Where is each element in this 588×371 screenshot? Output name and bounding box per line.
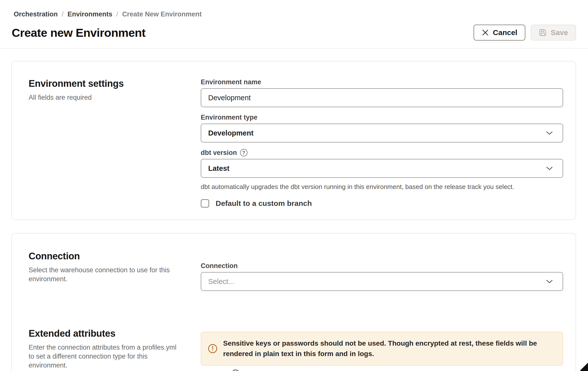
header-divider xyxy=(0,48,588,48)
breadcrumb-separator: / xyxy=(116,10,118,18)
floppy-disk-icon xyxy=(539,29,547,37)
alert-circle-icon xyxy=(208,344,218,354)
connection-field: Connection Select... xyxy=(201,262,563,291)
extended-attributes-content: Sensitive keys or passwords should not b… xyxy=(201,328,563,366)
environment-name-value: Development xyxy=(208,94,251,102)
connection-label: Connection xyxy=(201,262,563,270)
environment-name-field: Environment name Development xyxy=(201,78,563,107)
environment-settings-subheading: All fields are required xyxy=(29,93,201,102)
environment-settings-form: Environment name Development Environment… xyxy=(201,78,563,208)
dbt-version-field: dbt version ? Latest dbt automatically u… xyxy=(201,149,563,191)
save-button[interactable]: Save xyxy=(531,25,576,41)
dbt-version-select[interactable]: Latest xyxy=(201,159,563,178)
dbt-version-value: Latest xyxy=(208,164,229,173)
connection-intro: Connection Select the warehouse connecti… xyxy=(29,251,201,283)
connection-heading: Connection xyxy=(29,251,201,262)
environment-type-select[interactable]: Development xyxy=(201,124,563,142)
environment-name-input[interactable]: Development xyxy=(201,88,563,107)
environment-settings-intro: Environment settings All fields are requ… xyxy=(29,78,201,102)
connection-card: Connection Select the warehouse connecti… xyxy=(11,233,576,371)
breadcrumb-separator: / xyxy=(62,10,64,18)
connection-placeholder: Select... xyxy=(208,278,234,286)
environment-type-label: Environment type xyxy=(201,114,563,121)
environment-settings-heading: Environment settings xyxy=(29,78,201,89)
breadcrumb: Orchestration / Environments / Create Ne… xyxy=(0,0,588,18)
help-circle-icon[interactable]: ? xyxy=(240,149,247,156)
custom-branch-label: Default to a custom branch xyxy=(216,199,312,208)
extended-attributes-intro: Extended attributes Enter the connection… xyxy=(29,328,201,370)
chevron-down-icon xyxy=(546,279,553,284)
dbt-version-label: dbt version xyxy=(201,149,237,156)
cancel-button-label: Cancel xyxy=(493,28,517,37)
warning-banner-text: Sensitive keys or passwords should not b… xyxy=(223,338,554,359)
extended-attributes-row: Extended attributes Enter the connection… xyxy=(29,328,563,370)
environment-settings-card: Environment settings All fields are requ… xyxy=(11,61,576,220)
chevron-down-icon xyxy=(546,166,553,171)
connection-select[interactable]: Select... xyxy=(201,272,563,291)
environment-type-value: Development xyxy=(208,129,253,137)
header-actions: Cancel Save xyxy=(474,25,576,41)
sensitive-keys-warning-banner: Sensitive keys or passwords should not b… xyxy=(201,332,563,366)
breadcrumb-orchestration[interactable]: Orchestration xyxy=(14,10,58,18)
connection-form: Connection Select... xyxy=(201,262,563,291)
custom-branch-checkbox[interactable] xyxy=(201,199,209,208)
x-icon xyxy=(482,29,489,36)
breadcrumb-environments[interactable]: Environments xyxy=(68,10,112,18)
custom-branch-checkbox-row[interactable]: Default to a custom branch xyxy=(201,199,563,208)
page-title: Create new Environment xyxy=(12,26,146,40)
connection-description: Select the warehouse connection to use f… xyxy=(29,266,201,283)
save-button-label: Save xyxy=(551,28,568,37)
breadcrumb-current-page: Create New Environment xyxy=(122,10,202,18)
cancel-button[interactable]: Cancel xyxy=(474,25,525,41)
extended-attributes-description: Enter the connection attributes from a p… xyxy=(29,343,201,370)
environment-type-field: Environment type Development xyxy=(201,114,563,142)
extended-attributes-heading: Extended attributes xyxy=(29,328,201,339)
chevron-down-icon xyxy=(546,131,553,135)
connection-row: Connection Select the warehouse connecti… xyxy=(29,251,563,291)
dbt-version-helper-text: dbt automatically upgrades the dbt versi… xyxy=(201,183,563,191)
environment-name-label: Environment name xyxy=(201,78,563,86)
